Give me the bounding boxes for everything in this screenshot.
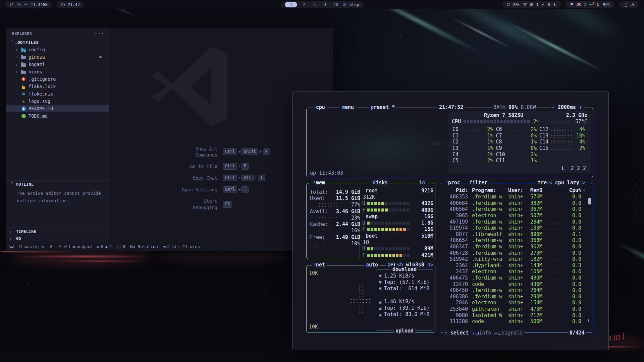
select-hint[interactable]: ↑ select (444, 329, 469, 337)
proc-filter-button[interactable]: filter (468, 179, 489, 186)
shortcut-label: Open Settings (178, 187, 217, 193)
process-row[interactable]: 406564 .ferdium-w shin+ 367M 0.0 (442, 206, 591, 213)
process-cpu-graph (545, 297, 565, 299)
menu-button[interactable]: menu (340, 104, 356, 111)
workspace-3[interactable]: 3 (311, 2, 319, 7)
io-toggle[interactable]: io (417, 179, 427, 186)
explorer-item-nixos[interactable]: › nixos (6, 68, 109, 75)
mem-box-title[interactable]: ²mem (312, 179, 327, 186)
problems-button[interactable]: ⊗ 0 ▲ 2 (97, 244, 112, 249)
process-row[interactable]: 406654 .ferdium-w shin+ 368M 0.0 (442, 237, 591, 244)
active-window-title: btop (350, 2, 359, 7)
cpu-total-meter (464, 120, 531, 123)
process-row[interactable]: 13470 code shin+ 436M 0.0 (442, 281, 591, 287)
explorer-item-logo-svg[interactable]: ✳ logo.svg (6, 98, 109, 105)
process-row[interactable]: 519974 .ferdium-w shin+ 103M 0.0 (442, 225, 591, 231)
explorer-item-config[interactable]: › config (6, 46, 109, 53)
process-row[interactable]: 111286 code shin+ 506M 0.0 (442, 318, 591, 325)
disk-used: 432G (421, 200, 433, 206)
tune-button[interactable] (49, 244, 53, 249)
explorer-item-ginoza[interactable]: › ginoza (6, 53, 109, 61)
process-row[interactable]: 2364 .Hyprland- shin+ 143M 0.3 (442, 262, 591, 269)
item-label: kogami (29, 62, 45, 67)
disks-toggle[interactable]: disks (371, 179, 389, 186)
explorer-item-kogami[interactable]: › kogami (6, 61, 109, 68)
workspace-4[interactable]: 4 (321, 2, 329, 7)
process-row[interactable]: 2437 electron shin+ 165M 0.6 (442, 268, 591, 275)
key: Ctrl (223, 163, 237, 170)
proc-sort-selector[interactable]: < cpu lazy > (547, 179, 587, 186)
process-row[interactable]: 406353 .ferdium-w shin+ 576M 0.0 (442, 194, 591, 200)
process-user: shin+ (508, 244, 528, 250)
net-box-title[interactable]: ³net (312, 261, 327, 268)
header-pid[interactable]: Pid: (442, 187, 468, 193)
process-row[interactable]: 406475 .ferdium-w shin+ 430M 0.0 (442, 275, 591, 281)
cpu-box-title[interactable]: ¹cpu (312, 104, 327, 111)
explorer-root-folder[interactable]: › .DOTFILES (6, 39, 109, 46)
process-row[interactable]: 9080 Isolated W shin+ 212M 0.0 (442, 312, 591, 318)
timeline-section: › TIMELINE (6, 228, 109, 235)
timeline-header[interactable]: › TIMELINE (6, 228, 109, 235)
hardware-module[interactable]: 20% 1 0 (502, 1, 561, 8)
workspace-1[interactable]: 1 (285, 2, 297, 7)
clock-icon (61, 3, 65, 7)
process-row[interactable]: 8077 .librewolf shin+ 896M 0.1 (442, 231, 591, 238)
time-tracker[interactable]: ◔ 3 hrs 41 mins (163, 244, 200, 249)
explorer-item-gitignore[interactable]: .gitignore (6, 75, 109, 83)
update-interval-control[interactable]: - 2000ms + (550, 104, 584, 111)
explorer-item-flake-lock[interactable]: flake.lock (6, 83, 109, 90)
signals-hint[interactable]: ↵signals (494, 329, 523, 337)
item-label: nixos (29, 69, 42, 74)
net-auto-toggle[interactable]: auto (364, 261, 380, 268)
remote-window-button[interactable] (9, 244, 14, 249)
process-pid: 406684 (442, 200, 468, 206)
core-row: C15 2% (539, 145, 587, 152)
explorer-item-todo[interactable]: ✓ TODO.md (6, 112, 109, 120)
outline-header[interactable]: › OUTLINE (6, 181, 109, 188)
go-header[interactable]: › GO (6, 235, 109, 242)
explorer-item-readme[interactable]: i README.md (6, 105, 109, 112)
proc-box-title[interactable]: ⁴proc (444, 179, 462, 186)
system-tray-module[interactable]: UC 99% (566, 1, 614, 8)
git-branch-button[interactable]: master ↻ (19, 244, 44, 249)
process-row[interactable]: 406450 .ferdium-w shin+ 264M 0.0 (442, 287, 591, 294)
header-user[interactable]: User: (508, 187, 528, 193)
process-table-header[interactable]: Pid: Program: User: MemB Cpu% ↑ (442, 187, 591, 193)
process-name: gitkraken (472, 306, 508, 312)
process-row[interactable]: 2846 electron shin+ 154M 0.0 (442, 300, 591, 306)
clock-module[interactable]: 21:47 (57, 1, 84, 8)
process-cpu: 0.0 (568, 237, 581, 243)
process-name: electron (472, 268, 508, 275)
session-module[interactable] (619, 1, 639, 8)
process-row[interactable]: 406347 .ferdium-w shin+ 362M 0.0 (442, 244, 591, 250)
solution-status[interactable]: No Solution (130, 244, 158, 249)
workspace-10[interactable]: 10 (332, 2, 340, 7)
process-row[interactable]: 253640 gitkraken shin+ 473M 0.0 (442, 306, 591, 312)
explorer-item-flake-nix[interactable]: ❄ flake.nix (6, 90, 109, 98)
info-icon: i (21, 106, 26, 111)
process-row[interactable]: 406728 .ferdium-w shin+ 273M 0.0 (442, 250, 591, 256)
process-row[interactable]: 406386 .ferdium-w shin+ 290M 0.0 (442, 294, 591, 300)
down-arrow-icon: ▼ (379, 279, 384, 285)
launchpad-button[interactable]: Launchpad (58, 244, 92, 249)
process-scrollbar[interactable] (588, 198, 591, 204)
preset-button[interactable]: preset * (369, 104, 396, 111)
process-row[interactable]: 519942 .kitty-wra shin+ 182M 0.0 (442, 256, 591, 262)
process-row[interactable]: 3065 electron shin+ 507M 0.0 (442, 213, 591, 219)
workspace-2[interactable]: 2 (300, 2, 308, 7)
git-branch-icon (19, 244, 23, 249)
system-stats-module[interactable]: 2% 11.44GB (5, 1, 52, 8)
info-hint[interactable]: ↓info (472, 329, 491, 337)
process-row[interactable]: 406684 .ferdium-w shin+ 382M 0.0 (442, 200, 591, 206)
scroll-more-icon[interactable]: ↓ (587, 317, 590, 323)
header-mem[interactable]: MemB (528, 187, 542, 193)
header-program[interactable]: Program: (472, 187, 508, 193)
mem-avail-percent: 23% (351, 215, 360, 221)
process-cpu-graph (545, 310, 565, 311)
process-row[interactable]: 407199 .ferdium-w shin+ 284M 0.0 (442, 219, 591, 225)
key: Alt (241, 175, 254, 181)
ports-button[interactable]: 0 (117, 244, 125, 249)
disks-stats: root921G 312K U432G F489G swap16G U1.8G … (360, 187, 433, 258)
more-actions-icon[interactable]: ··· (95, 31, 104, 36)
header-cpu[interactable]: Cpu% (568, 187, 581, 193)
